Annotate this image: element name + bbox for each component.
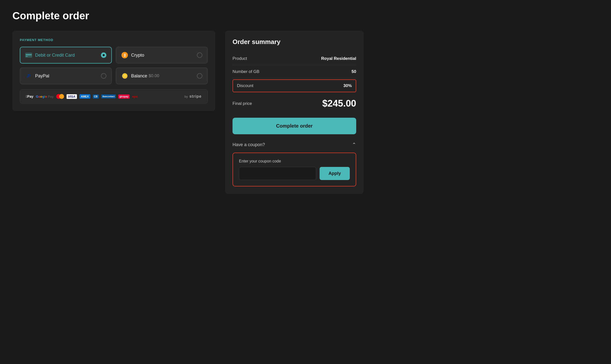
coupon-box: Enter your coupon code Apply <box>233 153 356 186</box>
coupon-input[interactable] <box>239 167 316 180</box>
complete-order-button[interactable]: Complete order <box>233 118 356 134</box>
coupon-input-row: Apply <box>239 167 350 180</box>
coupon-header-label: Have a coupon? <box>233 142 265 147</box>
page-title: Complete order <box>12 10 599 22</box>
payment-option-crypto[interactable]: ₿ Crypto <box>116 47 208 64</box>
card-icon <box>25 52 32 59</box>
google-pay-logo: Google Pay <box>36 95 54 98</box>
gb-value: 50 <box>352 69 356 74</box>
stripe-logos-bar: Pay Google Pay VISA AMEX CB Bancontact … <box>20 89 208 104</box>
balance-option-label: Balance <box>131 73 147 79</box>
order-row-final-price: Final price $245.00 <box>233 93 356 113</box>
payment-logos: Pay Google Pay VISA AMEX CB Bancontact … <box>26 94 138 99</box>
stripe-by-label: by stripe <box>185 94 202 99</box>
balance-radio[interactable] <box>197 73 202 79</box>
amex-logo: AMEX <box>79 94 90 99</box>
payment-methods-grid: Debit or Credit Card ₿ Crypto P <box>20 47 208 84</box>
payment-option-card[interactable]: Debit or Credit Card <box>20 47 112 64</box>
discount-value: 30% <box>343 83 352 88</box>
eps-logo: eps <box>132 95 138 98</box>
paypal-radio[interactable] <box>101 73 106 79</box>
discount-label: Discount <box>237 83 253 88</box>
product-value: Royal Residential <box>321 56 356 61</box>
balance-amount: $0.00 <box>149 73 159 78</box>
coupon-box-title: Enter your coupon code <box>239 159 350 163</box>
payment-option-balance[interactable]: 🪙 Balance $0.00 <box>116 68 208 84</box>
apple-pay-logo: Pay <box>26 94 33 98</box>
wallet-icon: 🪙 <box>121 72 128 79</box>
final-price-value: $245.00 <box>322 98 356 109</box>
svg-rect-1 <box>26 54 32 55</box>
visa-logo: VISA <box>67 94 77 99</box>
card-option-label: Debit or Credit Card <box>35 53 75 58</box>
bancontact-logo: Bancontact <box>101 94 116 98</box>
crypto-radio[interactable] <box>197 52 202 58</box>
product-label: Product <box>233 56 247 61</box>
svg-rect-2 <box>26 56 28 57</box>
crypto-option-label: Crypto <box>131 53 144 58</box>
order-panel: Order summary Product Royal Residential … <box>225 31 364 194</box>
stripe-logo: stripe <box>189 94 202 99</box>
final-price-label: Final price <box>233 101 252 106</box>
paypal-icon: P <box>25 72 32 79</box>
order-row-discount: Discount 30% <box>233 79 356 92</box>
order-summary-title: Order summary <box>233 38 356 46</box>
mastercard-logo <box>56 94 64 99</box>
apply-button[interactable]: Apply <box>320 167 350 180</box>
giropay-logo: giropay <box>118 94 130 99</box>
main-layout: PAYMENT METHOD Debit or Credit Card <box>12 31 599 194</box>
payment-option-paypal[interactable]: P PayPal <box>20 68 112 84</box>
paypal-option-label: PayPal <box>35 73 49 79</box>
order-row-gb: Number of GB 50 <box>233 65 356 78</box>
card-radio[interactable] <box>101 52 106 58</box>
chevron-up-icon: ⌃ <box>352 142 356 148</box>
payment-panel: PAYMENT METHOD Debit or Credit Card <box>12 31 215 111</box>
payment-section-label: PAYMENT METHOD <box>20 38 208 42</box>
crypto-icon: ₿ <box>121 52 128 59</box>
gb-label: Number of GB <box>233 69 259 74</box>
order-row-product: Product Royal Residential <box>233 52 356 65</box>
coupon-header[interactable]: Have a coupon? ⌃ <box>233 142 356 148</box>
cb-logo: CB <box>93 94 99 99</box>
coupon-section: Have a coupon? ⌃ Enter your coupon code … <box>233 142 356 186</box>
